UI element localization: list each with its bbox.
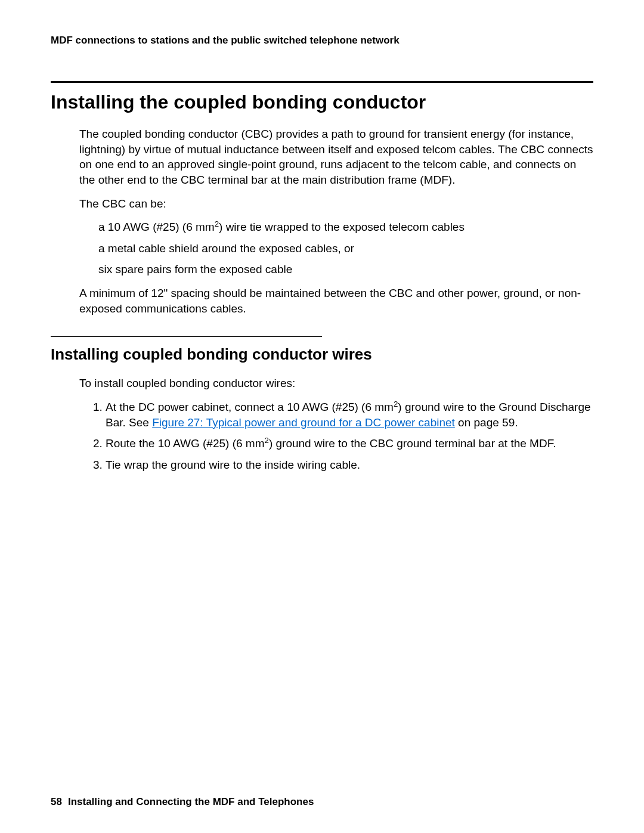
- page-footer: 58Installing and Connecting the MDF and …: [51, 796, 314, 808]
- list-item: a metal cable shield around the exposed …: [98, 241, 593, 256]
- text: ) wire tie wrapped to the exposed teleco…: [219, 221, 465, 233]
- list-item: Route the 10 AWG (#25) (6 mm2) ground wi…: [106, 436, 593, 451]
- text: on page 59.: [455, 416, 518, 429]
- ordered-list: At the DC power cabinet, connect a 10 AW…: [79, 400, 593, 473]
- text: Route the 10 AWG (#25) (6 mm: [106, 437, 264, 450]
- list-item: At the DC power cabinet, connect a 10 AW…: [106, 400, 593, 430]
- list-item: Tie wrap the ground wire to the inside w…: [106, 457, 593, 473]
- list-item: six spare pairs form the exposed cable: [98, 262, 593, 277]
- paragraph: The coupled bonding conductor (CBC) prov…: [79, 126, 593, 188]
- paragraph: A minimum of 12" spacing should be maint…: [79, 286, 593, 316]
- paragraph: To install coupled bonding conductor wir…: [79, 376, 593, 391]
- page: MDF connections to stations and the publ…: [0, 0, 644, 833]
- subsection-rule: [51, 336, 322, 337]
- superscript: 2: [264, 436, 268, 445]
- footer-title: Installing and Connecting the MDF and Te…: [68, 796, 314, 807]
- running-header: MDF connections to stations and the publ…: [51, 35, 593, 47]
- text: a 10 AWG (#25) (6 mm: [98, 221, 215, 233]
- text: ) ground wire to the CBC ground terminal…: [269, 437, 556, 450]
- page-number: 58: [51, 796, 62, 807]
- section1-body: The coupled bonding conductor (CBC) prov…: [79, 126, 593, 277]
- figure-cross-reference-link[interactable]: Figure 27: Typical power and ground for …: [152, 416, 455, 429]
- paragraph: The CBC can be:: [79, 196, 593, 212]
- list-item: a 10 AWG (#25) (6 mm2) wire tie wrapped …: [98, 219, 593, 235]
- text: At the DC power cabinet, connect a 10 AW…: [106, 401, 394, 413]
- section-rule: [51, 81, 593, 83]
- section-heading-install-cbc: Installing the coupled bonding conductor: [51, 91, 593, 113]
- section1-closing: A minimum of 12" spacing should be maint…: [79, 286, 593, 316]
- superscript: 2: [215, 219, 219, 228]
- bullet-list: a 10 AWG (#25) (6 mm2) wire tie wrapped …: [79, 219, 593, 277]
- section2-body: To install coupled bonding conductor wir…: [79, 376, 593, 472]
- section-heading-install-cbc-wires: Installing coupled bonding conductor wir…: [51, 345, 593, 364]
